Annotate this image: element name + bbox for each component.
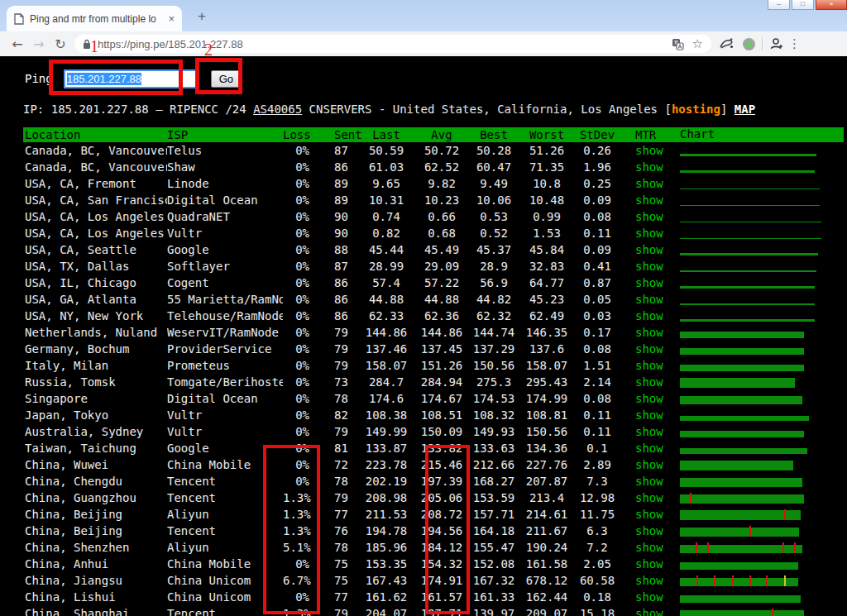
profile-icon[interactable]: [769, 37, 783, 50]
ping-chart: [680, 456, 844, 473]
cell-location: Canada, BC, Vancouver: [23, 144, 167, 157]
cell-sent: 75: [334, 557, 357, 571]
cell-worst: 209.07: [519, 607, 574, 616]
mtr-show-link[interactable]: show: [635, 590, 663, 604]
mtr-show-link[interactable]: show: [635, 458, 663, 471]
table-row: USA, CA, Los Angeles QuadraNET 0% 90 0.7…: [23, 208, 844, 225]
cell-best: 152.08: [468, 557, 519, 571]
mtr-show-link[interactable]: show: [635, 210, 663, 223]
ping-chart: [680, 605, 844, 616]
new-tab-button[interactable]: +: [192, 7, 212, 26]
ping-chart-bar: [680, 494, 804, 504]
cell-isp: Vultr: [167, 408, 283, 422]
mtr-show-link[interactable]: show: [635, 160, 663, 174]
bookmark-star-icon[interactable]: ☆: [692, 36, 703, 51]
cell-sent: 89: [334, 193, 357, 207]
maximize-button[interactable]: □: [792, 0, 814, 10]
mtr-show-link[interactable]: show: [635, 541, 663, 554]
cell-last: 202.19: [357, 475, 415, 488]
cell-sent: 90: [334, 227, 357, 240]
cell-sent: 78: [334, 475, 357, 488]
cell-best: 0.52: [468, 227, 519, 240]
cell-stdev: 0.11: [574, 425, 620, 438]
cell-stdev: 0.08: [574, 342, 620, 356]
packet-loss-mark: [784, 509, 786, 520]
ping-chart: [680, 572, 844, 589]
cell-loss: 0%: [283, 359, 313, 372]
cell-stdev: 2.89: [574, 458, 620, 471]
cell-location: USA, TX, Dallas: [23, 260, 167, 273]
mtr-show-link[interactable]: show: [635, 177, 663, 190]
cell-avg: 150.09: [415, 425, 468, 438]
header-sent: Sent: [334, 128, 357, 141]
reload-button[interactable]: ↻: [50, 36, 71, 52]
adblock-extension-icon[interactable]: [743, 38, 755, 50]
mtr-show-link[interactable]: show: [635, 227, 663, 240]
mtr-show-link[interactable]: show: [635, 193, 663, 207]
cell-location: China, Beijing: [23, 524, 167, 537]
cell-isp: Vultr: [167, 425, 283, 438]
mtr-show-link[interactable]: show: [635, 144, 663, 157]
cell-sent: 79: [334, 425, 357, 438]
cell-last: 144.86: [357, 326, 415, 339]
mtr-show-link[interactable]: show: [635, 293, 663, 306]
cell-stdev: 0.05: [574, 293, 620, 306]
cell-isp: Cogent: [167, 276, 283, 289]
mtr-show-link[interactable]: show: [635, 326, 663, 339]
cell-last: 44.88: [357, 293, 415, 306]
cell-worst: 10.8: [519, 177, 574, 190]
ip-info-text: IP: 185.201.227.88 – RIPENCC /24: [23, 103, 253, 116]
browser-menu-icon[interactable]: ⋮: [788, 36, 801, 51]
tab-strip: Ping and mtr from multiple lo × + – □ ×: [0, 0, 847, 31]
mtr-show-link[interactable]: show: [635, 574, 663, 587]
close-button[interactable]: ×: [816, 0, 847, 10]
mtr-show-link[interactable]: show: [635, 342, 663, 356]
cell-loss: 0%: [283, 326, 313, 339]
mtr-show-link[interactable]: show: [635, 607, 663, 616]
mtr-show-link[interactable]: show: [635, 260, 663, 273]
ping-chart-bar: [680, 319, 815, 322]
tab-close-icon[interactable]: ×: [168, 12, 175, 25]
ping-chart: [680, 308, 844, 324]
mtr-show-link[interactable]: show: [635, 491, 663, 504]
cell-sent: 79: [334, 607, 357, 616]
ping-chart: [680, 275, 844, 291]
mtr-show-link[interactable]: show: [635, 359, 663, 372]
as-number-link[interactable]: AS40065: [253, 103, 302, 116]
cell-last: 57.4: [357, 276, 415, 289]
ping-chart: [680, 357, 844, 374]
address-bar[interactable]: https://ping.pe/185.201.227.88 ☆: [74, 35, 711, 53]
packet-loss-mark: [714, 575, 715, 586]
cell-last: 28.99: [357, 260, 415, 273]
cell-isp: Tomgate/Berihoster: [167, 375, 283, 389]
mtr-show-link[interactable]: show: [635, 508, 663, 521]
ping-chart: [680, 159, 844, 175]
cell-best: 28.9: [468, 260, 519, 273]
translate-icon[interactable]: [672, 38, 684, 50]
tab-ping-pe[interactable]: Ping and mtr from multiple lo ×: [7, 6, 182, 31]
forward-button[interactable]: →: [28, 36, 50, 52]
mtr-show-link[interactable]: show: [635, 408, 663, 422]
mtr-show-link[interactable]: show: [635, 557, 663, 571]
cell-last: 0.82: [357, 227, 415, 240]
cell-avg: 9.82: [415, 177, 468, 190]
back-button[interactable]: ←: [7, 36, 28, 52]
cell-best: 144.74: [468, 326, 519, 339]
cell-avg: 44.88: [415, 293, 468, 306]
ping-chart-bar: [680, 348, 804, 355]
mtr-show-link[interactable]: show: [635, 276, 663, 289]
mtr-show-link[interactable]: show: [635, 243, 663, 256]
ping-chart-bar: [680, 610, 804, 616]
map-link[interactable]: MAP: [735, 103, 755, 116]
mtr-show-link[interactable]: show: [635, 309, 663, 322]
cell-last: 62.33: [357, 309, 415, 322]
cell-last: 10.31: [357, 193, 415, 207]
minimize-button[interactable]: –: [768, 0, 790, 10]
mtr-show-link[interactable]: show: [635, 425, 663, 438]
mtr-show-link[interactable]: show: [635, 375, 663, 389]
mtr-show-link[interactable]: show: [635, 524, 663, 537]
mtr-show-link[interactable]: show: [635, 475, 663, 488]
pen-extension-icon[interactable]: [720, 38, 735, 50]
mtr-show-link[interactable]: show: [635, 392, 663, 405]
mtr-show-link[interactable]: show: [635, 442, 663, 455]
